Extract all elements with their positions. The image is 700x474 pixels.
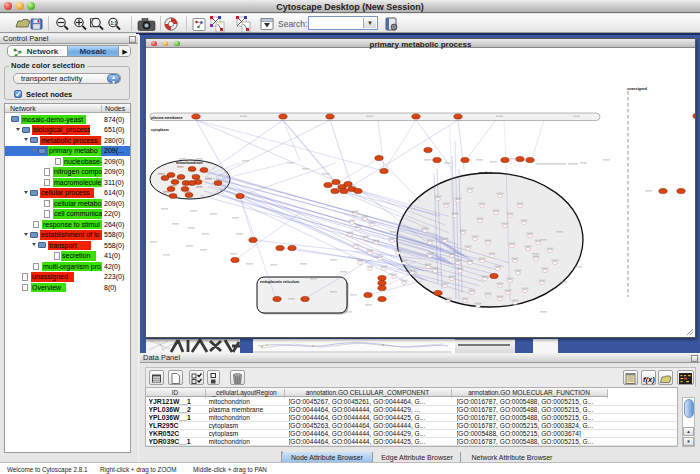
svg-text:f(x): f(x) (643, 375, 655, 384)
svg-text:mitochondrion: mitochondrion (176, 161, 203, 165)
svg-text:cytoplasm: cytoplasm (151, 128, 169, 132)
svg-text:plasma membrane: plasma membrane (151, 116, 183, 120)
svg-text:nucleus: nucleus (479, 171, 493, 175)
svg-text:1:1: 1:1 (111, 21, 118, 26)
svg-text:unassigned: unassigned (627, 87, 647, 91)
svg-text:endoplasmic reticulum: endoplasmic reticulum (260, 280, 299, 284)
